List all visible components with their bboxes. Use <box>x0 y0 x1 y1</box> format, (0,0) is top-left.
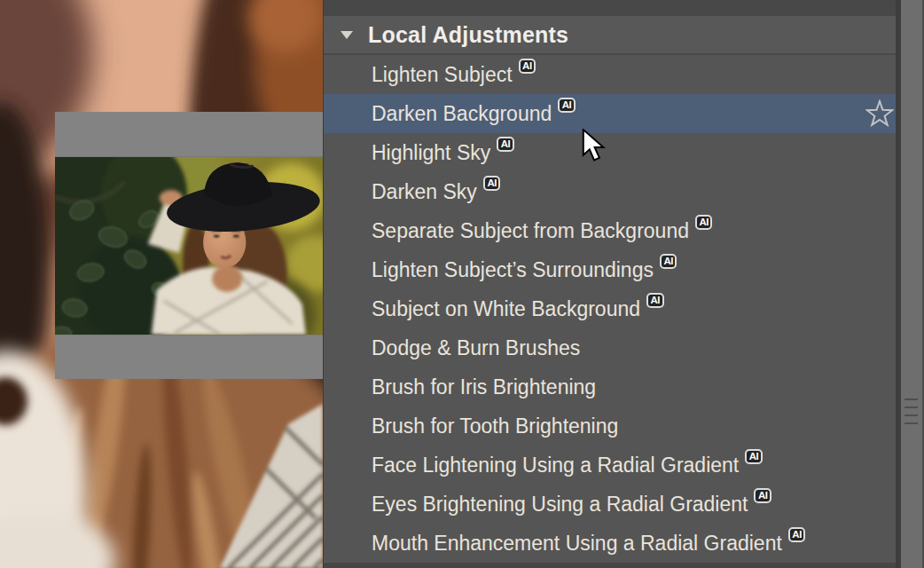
list-item-label: Eyes Brightening Using a Radial Gradient <box>372 493 748 517</box>
grip-handle-icon[interactable] <box>904 398 918 426</box>
panel-splitter[interactable] <box>901 0 924 568</box>
list-item-label: Lighten Subject’s Surroundings <box>372 258 654 282</box>
list-item-label: Highlight Sky <box>372 141 490 165</box>
preview-navigator-top-bar[interactable] <box>55 112 323 157</box>
preview-navigator-thumbnail[interactable] <box>55 157 323 335</box>
ai-badge: AI <box>754 488 771 503</box>
preset-list-item[interactable]: Eyes Brightening Using a Radial Gradient… <box>324 485 896 524</box>
thumbnail-portrait-photo <box>55 157 323 335</box>
preset-list-item[interactable]: Mouth Enhancement Using a Radial Gradien… <box>324 524 896 563</box>
preset-list-item[interactable]: Lighten Subject AI <box>324 55 896 94</box>
preview-navigator-window <box>55 112 323 379</box>
ai-badge: AI <box>483 176 501 191</box>
list-item-label: Darken Background <box>372 102 552 126</box>
ai-badge: AI <box>660 254 677 269</box>
list-item-label: Face Lightening Using a Radial Gradient <box>372 454 739 477</box>
ai-badge: AI <box>519 59 536 74</box>
preset-list-item[interactable]: Lighten Subject’s Surroundings AI <box>324 250 896 289</box>
preset-list-item[interactable]: Highlight Sky AI <box>324 133 896 172</box>
preset-list-item[interactable]: Darken Sky AI <box>324 172 896 211</box>
app-window: Local Adjustments Lighten Subject AI Dar… <box>0 0 924 568</box>
favorite-star-icon[interactable] <box>865 99 894 128</box>
preset-list-item[interactable]: Separate Subject from Background AI <box>324 211 896 250</box>
list-item-label: Lighten Subject <box>372 63 513 87</box>
section-header-local-adjustments[interactable]: Local Adjustments <box>324 16 896 55</box>
preset-list-item[interactable]: Subject on White Background AI <box>324 289 896 328</box>
list-item-label: Dodge & Burn Brushes <box>372 336 580 360</box>
section-title: Local Adjustments <box>368 22 568 48</box>
list-item-label: Darken Sky <box>372 180 477 204</box>
preset-list-item[interactable]: Darken Background AI <box>324 94 896 133</box>
ai-badge: AI <box>497 137 514 152</box>
adjustments-panel: Local Adjustments Lighten Subject AI Dar… <box>323 0 924 568</box>
preset-list-item[interactable]: Brush for Tooth Brightening <box>324 406 896 446</box>
ai-badge: AI <box>695 215 713 230</box>
ai-badge: AI <box>558 98 576 113</box>
list-item-label: Subject on White Background <box>372 297 640 321</box>
adjustments-panel-main: Local Adjustments Lighten Subject AI Dar… <box>323 0 896 568</box>
list-item-label: Brush for Tooth Brightening <box>372 414 618 438</box>
list-item-label: Mouth Enhancement Using a Radial Gradien… <box>372 532 782 556</box>
preview-navigator-bottom-bar[interactable] <box>55 335 323 379</box>
ai-badge: AI <box>646 293 664 308</box>
preset-list-item[interactable]: Face Lightening Using a Radial Gradient … <box>324 446 896 485</box>
photo-canvas[interactable] <box>0 0 323 568</box>
list-item-label: Brush for Iris Brightening <box>372 375 596 399</box>
panel-bottom-strip <box>324 563 896 568</box>
panel-top-strip <box>324 0 896 16</box>
adjustments-list: Lighten Subject AI Darken Background AI … <box>324 55 896 563</box>
ai-badge: AI <box>745 449 763 464</box>
collapse-triangle-icon[interactable] <box>341 31 353 39</box>
list-item-label: Separate Subject from Background <box>372 219 689 243</box>
ai-badge: AI <box>788 527 806 542</box>
preset-list-item[interactable]: Dodge & Burn Brushes <box>324 328 896 367</box>
preset-list-item[interactable]: Brush for Iris Brightening <box>324 367 896 406</box>
